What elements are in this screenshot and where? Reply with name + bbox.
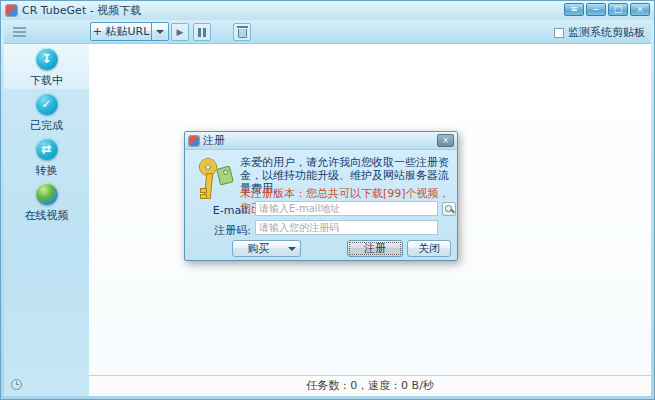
clipboard-monitor-group: 监测系统剪贴板 <box>554 25 645 40</box>
paste-url-group: + 粘贴URL <box>90 22 169 41</box>
email-field[interactable] <box>255 201 438 216</box>
window-controls: ≡ − □ × <box>562 3 650 16</box>
grip-icon <box>13 27 26 37</box>
window-title: CR TubeGet - 视频下载 <box>22 3 141 18</box>
register-dialog: 注册 × 亲爱的用户，请允许我向您收取一些注册资金，以维持功能升级、维护及网站服… <box>184 131 458 261</box>
pause-icon <box>198 28 201 37</box>
globe-icon <box>36 183 58 205</box>
register-button[interactable]: 注册 <box>347 240 403 257</box>
chevron-down-icon <box>156 30 164 34</box>
status-bar: 任务数：0，速度：0 B/秒 <box>89 375 651 396</box>
menu-button[interactable]: ≡ <box>564 3 584 16</box>
dialog-title: 注册 <box>203 133 225 148</box>
email-label: E-mail: <box>193 204 251 217</box>
sidebar-item-label: 转换 <box>4 163 89 178</box>
dialog-close-icon[interactable]: × <box>437 134 454 147</box>
chevron-down-icon <box>288 247 296 251</box>
check-icon: ✓ <box>36 93 58 115</box>
sidebar-item-label: 在线视频 <box>4 208 89 223</box>
sidebar-item-downloading[interactable]: ↧ 下载中 <box>4 44 89 89</box>
dialog-titlebar: 注册 <box>185 132 457 150</box>
sidebar-item-convert[interactable]: ⇄ 转换 <box>4 134 89 179</box>
play-icon: ▶ <box>177 27 184 37</box>
clipboard-checkbox-label: 监测系统剪贴板 <box>568 25 645 40</box>
key-lookup-button[interactable] <box>442 202 456 216</box>
trash-icon <box>238 29 247 38</box>
download-icon: ↧ <box>36 48 58 70</box>
regcode-label: 注册码: <box>193 223 251 238</box>
pause-download-button[interactable] <box>193 23 211 41</box>
app-icon <box>6 5 17 16</box>
minimize-button[interactable]: − <box>586 3 606 16</box>
sidebar-item-label: 下载中 <box>4 73 89 88</box>
dialog-close-button[interactable]: 关闭 <box>407 240 451 257</box>
close-button[interactable]: × <box>630 3 650 16</box>
delete-task-button[interactable] <box>233 23 251 41</box>
app-window: CR TubeGet - 视频下载 ≡ − □ × + 粘贴URL ▶ <box>0 0 655 400</box>
clipboard-checkbox[interactable] <box>554 28 564 38</box>
sidebar-item-label: 已完成 <box>4 118 89 133</box>
toolbar: + 粘贴URL ▶ 监测系统剪贴板 <box>4 20 651 44</box>
clock-icon <box>11 379 22 390</box>
dialog-icon <box>189 136 199 146</box>
titlebar: CR TubeGet - 视频下载 ≡ − □ × <box>1 1 654 20</box>
sidebar: ↧ 下载中 ✓ 已完成 ⇄ 转换 在线视频 <box>4 44 89 396</box>
paste-url-button[interactable]: + 粘贴URL <box>90 22 152 41</box>
convert-icon: ⇄ <box>36 138 58 160</box>
sidebar-item-online-video[interactable]: 在线视频 <box>4 179 89 224</box>
start-download-button[interactable]: ▶ <box>171 23 189 41</box>
sidebar-item-completed[interactable]: ✓ 已完成 <box>4 89 89 134</box>
regcode-field[interactable] <box>255 220 438 235</box>
buy-button[interactable]: 购买 <box>232 240 285 257</box>
paste-url-dropdown-button[interactable] <box>152 22 169 41</box>
maximize-button[interactable]: □ <box>608 3 628 16</box>
key-icon <box>198 159 240 205</box>
buy-dropdown-button[interactable] <box>284 240 301 257</box>
